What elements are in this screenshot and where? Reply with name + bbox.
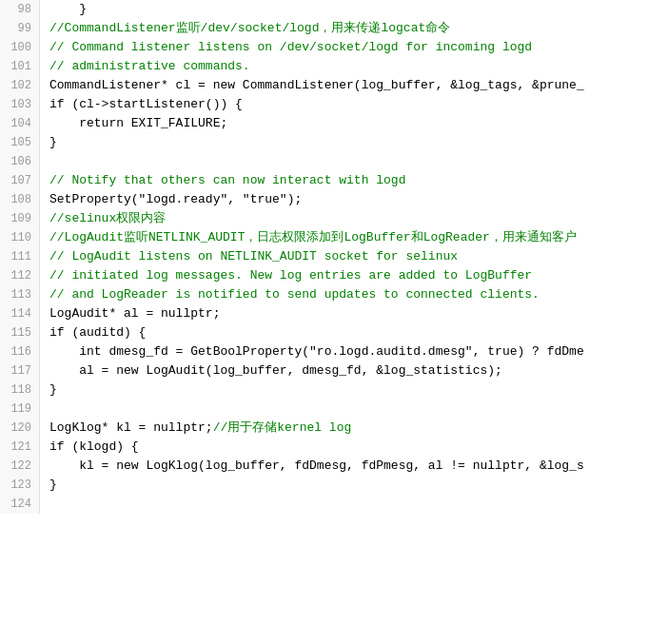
code-token: } [49, 478, 57, 492]
code-line: 110//LogAudit监听NETLINK_AUDIT，日志权限添加到LogB… [0, 228, 668, 247]
code-token: SetProperty("logd.ready", "true"); [49, 192, 302, 206]
code-token: } [49, 2, 87, 16]
code-line: 104 return EXIT_FAILURE; [0, 114, 668, 133]
line-number: 102 [0, 76, 40, 95]
line-number: 107 [0, 171, 40, 190]
code-line: 123} [0, 476, 668, 495]
code-line: 116 int dmesg_fd = GetBoolProperty("ro.l… [0, 342, 668, 361]
code-line: 120LogKlog* kl = nullptr;//用于存储kernel lo… [0, 419, 668, 438]
line-content: // Command listener listens on /dev/sock… [40, 38, 668, 57]
line-number: 120 [0, 419, 40, 438]
line-content: } [40, 0, 668, 19]
line-number: 105 [0, 133, 40, 152]
code-viewer: 98 }99//CommandListener监听/dev/socket/log… [0, 0, 668, 644]
code-line: 121if (klogd) { [0, 438, 668, 457]
code-token: } [49, 135, 57, 149]
line-number: 113 [0, 285, 40, 304]
line-content [40, 400, 668, 419]
line-content: //selinux权限内容 [40, 209, 668, 228]
code-token: // Command listener listens on /dev/sock… [49, 40, 532, 54]
code-token: // initiated log messages. New log entri… [49, 268, 532, 283]
code-line: 117 al = new LogAudit(log_buffer, dmesg_… [0, 361, 668, 381]
code-line: 105} [0, 133, 668, 152]
line-number: 109 [0, 209, 40, 228]
line-content: //CommandListener监听/dev/socket/logd，用来传递… [40, 19, 668, 38]
line-content: int dmesg_fd = GetBoolProperty("ro.logd.… [40, 342, 668, 361]
line-number: 99 [0, 19, 40, 38]
line-content: } [40, 476, 668, 495]
line-content: return EXIT_FAILURE; [40, 114, 668, 133]
code-line: 115if (auditd) { [0, 323, 668, 342]
code-line: 106 [0, 152, 668, 171]
line-number: 111 [0, 247, 40, 266]
line-number: 123 [0, 476, 40, 495]
code-token: //用于存储kernel log [213, 420, 352, 435]
code-line: 109//selinux权限内容 [0, 209, 668, 228]
code-token: //selinux权限内容 [49, 211, 166, 225]
line-number: 112 [0, 266, 40, 285]
line-number: 115 [0, 323, 40, 342]
line-number: 100 [0, 38, 40, 57]
line-number: 118 [0, 381, 40, 400]
line-content: // LogAudit listens on NETLINK_AUDIT soc… [40, 247, 668, 266]
line-number: 119 [0, 400, 40, 419]
code-token: al = new LogAudit(log_buffer, dmesg_fd, … [49, 363, 502, 378]
code-line: 102CommandListener* cl = new CommandList… [0, 76, 668, 95]
code-token: // Notify that others can now interact w… [49, 173, 405, 187]
code-line: 118} [0, 381, 668, 400]
code-token: if (cl->startListener()) { [49, 97, 243, 111]
line-number: 104 [0, 114, 40, 133]
line-number: 98 [0, 0, 40, 19]
code-token: int dmesg_fd = GetBoolProperty("ro.logd.… [49, 344, 584, 359]
line-content: if (cl->startListener()) { [40, 95, 668, 114]
line-number: 124 [0, 495, 40, 514]
code-line: 98 } [0, 0, 668, 19]
line-number: 108 [0, 190, 40, 209]
line-number: 122 [0, 457, 40, 476]
line-content: if (klogd) { [40, 438, 668, 457]
code-line: 113// and LogReader is notified to send … [0, 285, 668, 304]
code-token: // and LogReader is notified to send upd… [49, 287, 540, 302]
line-number: 110 [0, 228, 40, 247]
line-number: 117 [0, 361, 40, 381]
code-token: CommandListener* cl = new CommandListene… [49, 78, 584, 92]
code-token: // LogAudit listens on NETLINK_AUDIT soc… [49, 249, 458, 263]
code-line: 119 [0, 400, 668, 419]
code-line: 108SetProperty("logd.ready", "true"); [0, 190, 668, 209]
code-line: 111// LogAudit listens on NETLINK_AUDIT … [0, 247, 668, 266]
line-content: CommandListener* cl = new CommandListene… [40, 76, 668, 95]
code-line: 124 [0, 495, 668, 514]
code-token: } [49, 382, 57, 397]
code-line: 107// Notify that others can now interac… [0, 171, 668, 190]
line-number: 106 [0, 152, 40, 171]
line-number: 101 [0, 57, 40, 76]
code-line: 103if (cl->startListener()) { [0, 95, 668, 114]
line-content: // administrative commands. [40, 57, 668, 76]
line-content [40, 495, 668, 514]
line-number: 116 [0, 342, 40, 361]
code-line: 99//CommandListener监听/dev/socket/logd，用来… [0, 19, 668, 38]
code-line: 114LogAudit* al = nullptr; [0, 304, 668, 323]
code-line: 122 kl = new LogKlog(log_buffer, fdDmesg… [0, 457, 668, 476]
line-content: if (auditd) { [40, 323, 668, 342]
line-content: al = new LogAudit(log_buffer, dmesg_fd, … [40, 361, 668, 381]
code-token: kl = new LogKlog(log_buffer, fdDmesg, fd… [49, 459, 584, 473]
code-token: LogKlog* kl = nullptr; [49, 420, 213, 435]
line-number: 121 [0, 438, 40, 457]
code-token: return EXIT_FAILURE; [49, 116, 227, 130]
code-token: if (klogd) { [49, 439, 139, 454]
line-content: // initiated log messages. New log entri… [40, 266, 668, 285]
line-content: } [40, 381, 668, 400]
code-token: //CommandListener监听/dev/socket/logd，用来传递… [49, 21, 450, 35]
line-content: } [40, 133, 668, 152]
code-line: 101// administrative commands. [0, 57, 668, 76]
code-token: LogAudit* al = nullptr; [49, 306, 220, 321]
line-number: 103 [0, 95, 40, 114]
code-line: 100// Command listener listens on /dev/s… [0, 38, 668, 57]
line-content: LogAudit* al = nullptr; [40, 304, 668, 323]
code-token: // administrative commands. [49, 59, 250, 73]
code-token: //LogAudit监听NETLINK_AUDIT，日志权限添加到LogBuff… [49, 230, 577, 244]
line-content: kl = new LogKlog(log_buffer, fdDmesg, fd… [40, 457, 668, 476]
line-content: // Notify that others can now interact w… [40, 171, 668, 190]
line-content [40, 152, 668, 171]
